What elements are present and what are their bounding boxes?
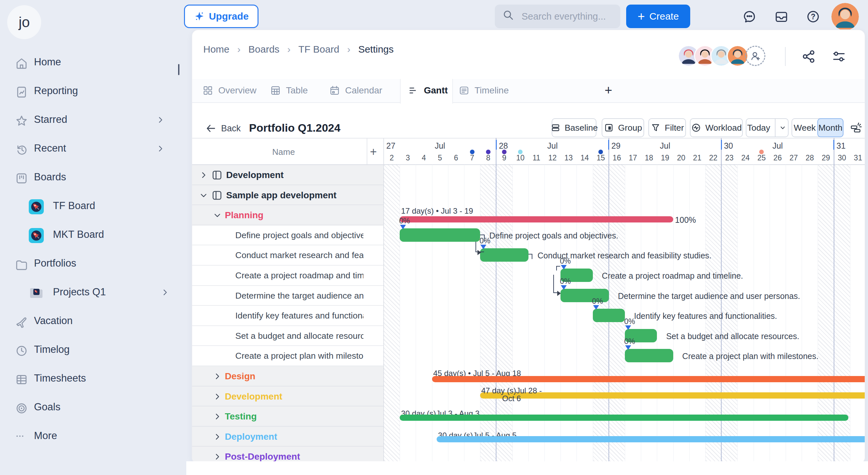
task-row-5[interactable]: Conduct market research and feasibility … — [192, 245, 384, 265]
task-row-9[interactable]: Set a budget and allocate resources. — [192, 326, 384, 346]
chevron-down-icon[interactable] — [775, 119, 787, 136]
scroll-indicator[interactable] — [178, 64, 179, 75]
chevron-right-icon[interactable] — [213, 433, 222, 441]
task-row-6[interactable]: Create a project roadmap and timeline. — [192, 265, 384, 286]
chevron-down-icon[interactable] — [199, 191, 208, 200]
task-bar[interactable] — [625, 349, 673, 362]
task-row-14[interactable]: Deployment — [192, 426, 384, 447]
tab-overview[interactable]: Overview — [202, 85, 256, 96]
breadcrumb: Home›Boards›TF Board›Settings — [203, 44, 394, 55]
task-row-8[interactable]: Identify key features and functionalitie… — [192, 306, 384, 326]
task-bar[interactable] — [593, 309, 625, 322]
sidebar-item-tf-board[interactable]: TF Board — [0, 193, 178, 221]
tab-timeline[interactable]: Timeline — [459, 85, 509, 96]
summary-bar-design[interactable] — [432, 376, 865, 382]
task-row-2[interactable]: Sample app development — [192, 185, 384, 205]
tab-table[interactable]: Table — [270, 85, 308, 96]
task-row-11[interactable]: Design — [192, 366, 384, 386]
sidebar-item-reporting[interactable]: Reporting — [0, 78, 178, 106]
overview-icon — [202, 85, 213, 96]
summary-bar-deployment[interactable] — [437, 436, 865, 442]
sidebar-item-more[interactable]: More — [0, 423, 178, 451]
app-logo[interactable]: jo — [7, 5, 41, 39]
sidebar-item-timesheets[interactable]: Timesheets — [0, 365, 178, 394]
user-avatar[interactable] — [831, 3, 859, 30]
tab-calendar[interactable]: Calendar — [329, 85, 382, 96]
chevron-right-icon[interactable] — [156, 116, 165, 124]
inbox-icon[interactable] — [774, 9, 789, 24]
task-row-12[interactable]: Development — [192, 386, 384, 407]
day-number: 30 — [834, 154, 850, 162]
magic-gantt-icon[interactable] — [850, 122, 862, 133]
summary-bar-planning[interactable] — [400, 216, 673, 222]
tab-label: Timeline — [474, 85, 509, 96]
row-label: Define project goals and objectives. — [235, 230, 364, 241]
sidebar-item-recent[interactable]: Recent — [0, 135, 178, 164]
chevron-right-icon[interactable] — [213, 372, 222, 381]
task-bar[interactable] — [400, 228, 480, 242]
chevron-right-icon[interactable] — [213, 392, 222, 401]
breadcrumb-item-settings[interactable]: Settings — [358, 44, 394, 55]
chevron-right-icon[interactable] — [156, 145, 165, 153]
help-icon[interactable]: ? — [806, 9, 820, 24]
task-bar[interactable] — [480, 248, 528, 262]
day-number: 10 — [513, 154, 528, 162]
task-row-1[interactable]: Development — [192, 165, 384, 185]
chevron-right-icon[interactable] — [199, 171, 208, 179]
chevron-down-icon[interactable] — [213, 211, 222, 220]
sidebar-item-vacation[interactable]: Vacation — [0, 308, 178, 337]
task-row-10[interactable]: Create a project plan with milestones. — [192, 346, 384, 366]
view-settings-icon[interactable] — [831, 49, 846, 64]
workload-button[interactable]: Workload — [690, 118, 743, 137]
task-row-7[interactable]: Determine the target audience and user p… — [192, 286, 384, 306]
upgrade-button[interactable]: Upgrade — [184, 5, 258, 28]
sidebar-item-starred[interactable]: Starred — [0, 106, 178, 135]
back-button[interactable]: Back — [205, 123, 241, 134]
day-number: 7 — [464, 154, 480, 162]
sidebar-item-home[interactable]: Home — [0, 49, 178, 78]
breadcrumb-item-tf-board[interactable]: TF Board — [299, 44, 339, 55]
milestone-marker-icon — [561, 285, 567, 290]
today-button[interactable]: Today — [746, 118, 788, 137]
add-tab-button[interactable]: + — [604, 83, 612, 98]
task-row-4[interactable]: Define project goals and objectives. — [192, 225, 384, 246]
row-label: Development — [225, 391, 282, 402]
search-input[interactable]: Search everything... — [495, 5, 620, 28]
view-switcher[interactable]: WeekMonth — [792, 118, 843, 137]
task-row-13[interactable]: Testing — [192, 406, 384, 426]
tab-gantt[interactable]: Gantt — [408, 85, 448, 96]
chevron-right-icon[interactable] — [213, 412, 222, 421]
chat-icon[interactable] — [742, 9, 757, 24]
sidebar-item-timelog[interactable]: Timelog — [0, 337, 178, 365]
day-number: 15 — [593, 154, 609, 162]
sidebar-item-label: Recent — [34, 142, 66, 154]
chevron-right-icon[interactable] — [213, 452, 222, 461]
sidebar-item-projects-q1[interactable]: Projects Q1 — [0, 279, 178, 308]
create-label: Create — [649, 11, 679, 22]
day-number: 21 — [689, 154, 705, 162]
summary-bar-testing[interactable] — [400, 415, 848, 421]
chevron-right-icon[interactable] — [161, 288, 169, 297]
sidebar-item-mkt-board[interactable]: MKT Board — [0, 221, 178, 250]
content-card: Home›Boards›TF Board›Settings OverviewTa… — [191, 29, 865, 464]
week-separator-accent — [608, 140, 609, 150]
month-label: Jul — [548, 141, 558, 151]
day-number: 27 — [786, 154, 802, 162]
breadcrumb-item-boards[interactable]: Boards — [248, 44, 279, 55]
add-member-button[interactable] — [745, 46, 765, 66]
week-toggle[interactable]: Week — [792, 123, 817, 133]
group-button[interactable]: Group — [602, 118, 644, 137]
create-button[interactable]: + Create — [626, 5, 690, 28]
bar-label: Identify key features and functionalitie… — [634, 311, 777, 321]
task-row-3[interactable]: Planning — [192, 205, 384, 225]
more-icon — [15, 431, 26, 442]
month-toggle[interactable]: Month — [817, 118, 843, 137]
add-column-button[interactable]: + — [370, 145, 377, 159]
baseline-button[interactable]: Baseline — [552, 118, 596, 137]
breadcrumb-item-home[interactable]: Home — [203, 44, 229, 55]
sidebar-item-portfolios[interactable]: Portfolios — [0, 250, 178, 279]
sidebar-item-boards[interactable]: Boards — [0, 164, 178, 193]
share-icon[interactable] — [801, 49, 816, 64]
sidebar-item-goals[interactable]: Goals — [0, 394, 178, 423]
filter-button[interactable]: Filter — [648, 118, 686, 137]
